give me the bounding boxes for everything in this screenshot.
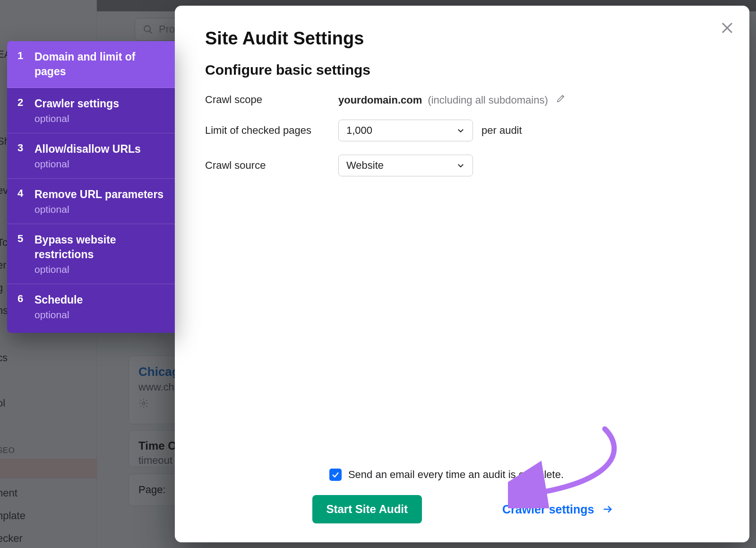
- step-title: Allow/disallow URLs: [34, 142, 141, 157]
- section-title: Configure basic settings: [205, 62, 721, 78]
- step-number: 3: [17, 142, 24, 170]
- next-link-label: Crawler settings: [502, 503, 594, 516]
- wizard-step-domain[interactable]: 1 Domain and limit of pages: [7, 41, 175, 88]
- step-title: Remove URL parameters: [34, 187, 163, 202]
- check-icon: [331, 470, 340, 479]
- chevron-down-icon: [456, 161, 465, 170]
- wizard-steps-nav: 1 Domain and limit of pages 2 Crawler se…: [7, 41, 175, 333]
- step-optional: optional: [34, 113, 119, 124]
- crawl-source-value: Website: [346, 159, 384, 172]
- scope-note: (including all subdomains): [428, 94, 548, 106]
- step-number: 2: [17, 96, 24, 124]
- wizard-step-bypass[interactable]: 5 Bypass website restrictions optional: [7, 224, 175, 284]
- scope-domain: yourdomain.com: [338, 94, 422, 106]
- wizard-step-schedule[interactable]: 6 Schedule optional: [7, 284, 175, 333]
- site-audit-settings-modal: Site Audit Settings Configure basic sett…: [175, 6, 749, 542]
- step-number: 1: [17, 50, 24, 79]
- row-crawl-source: Crawl source Website: [205, 155, 721, 176]
- modal-footer: Send an email every time an audit is com…: [205, 469, 721, 523]
- crawl-scope-value: yourdomain.com (including all subdomains…: [338, 93, 566, 106]
- wizard-step-crawler[interactable]: 2 Crawler settings optional: [7, 88, 175, 133]
- label-crawl-source: Crawl source: [205, 159, 338, 172]
- edit-scope-button[interactable]: [556, 93, 566, 104]
- row-crawl-scope: Crawl scope yourdomain.com (including al…: [205, 93, 721, 106]
- email-notify-row[interactable]: Send an email every time an audit is com…: [329, 469, 564, 481]
- step-optional: optional: [34, 158, 141, 170]
- actions-row: Start Site Audit Crawler settings: [205, 495, 721, 523]
- step-optional: optional: [34, 309, 83, 321]
- step-number: 6: [17, 293, 24, 321]
- step-title: Domain and limit of pages: [34, 50, 165, 79]
- arrow-right-icon: [601, 504, 614, 514]
- step-number: 4: [17, 187, 24, 215]
- crawl-source-select[interactable]: Website: [338, 155, 473, 176]
- step-title: Schedule: [34, 293, 83, 307]
- step-title: Crawler settings: [34, 96, 119, 111]
- email-notify-label: Send an email every time an audit is com…: [348, 469, 564, 481]
- start-site-audit-button[interactable]: Start Site Audit: [312, 495, 422, 523]
- row-limit-pages: Limit of checked pages 1,000 per audit: [205, 120, 721, 141]
- limit-pages-value: 1,000: [346, 124, 372, 137]
- label-limit-pages: Limit of checked pages: [205, 124, 338, 137]
- email-notify-checkbox[interactable]: [329, 469, 342, 481]
- wizard-step-remove-params[interactable]: 4 Remove URL parameters optional: [7, 179, 175, 224]
- limit-suffix: per audit: [481, 124, 522, 137]
- close-button[interactable]: [718, 19, 736, 37]
- crawler-settings-link[interactable]: Crawler settings: [502, 503, 614, 516]
- step-title: Bypass website restrictions: [34, 233, 165, 262]
- close-icon: [720, 21, 734, 35]
- step-number: 5: [17, 233, 24, 275]
- chevron-down-icon: [456, 126, 465, 135]
- step-optional: optional: [34, 264, 165, 275]
- step-optional: optional: [34, 204, 163, 215]
- modal-title: Site Audit Settings: [205, 28, 721, 49]
- label-crawl-scope: Crawl scope: [205, 94, 338, 106]
- limit-pages-select[interactable]: 1,000: [338, 120, 473, 141]
- wizard-step-urls[interactable]: 3 Allow/disallow URLs optional: [7, 133, 175, 179]
- pencil-icon: [556, 93, 566, 104]
